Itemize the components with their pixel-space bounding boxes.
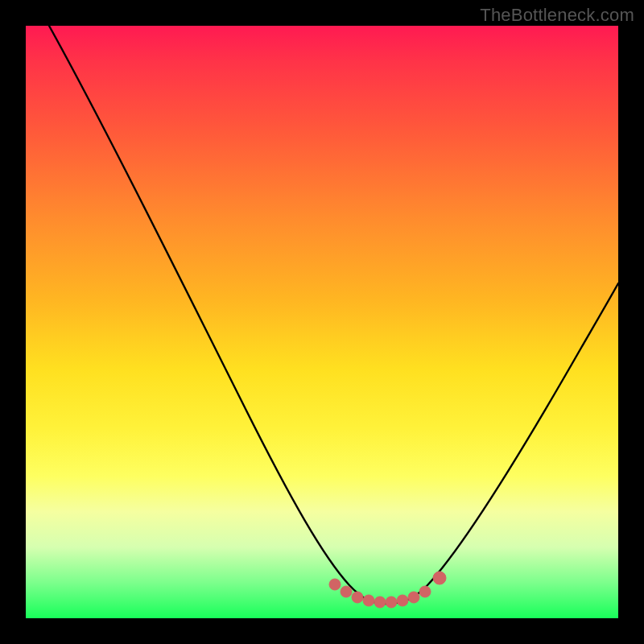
- watermark-text: TheBottleneck.com: [480, 5, 634, 26]
- valley-dots: [329, 572, 446, 608]
- svg-point-2: [352, 592, 363, 603]
- svg-point-6: [397, 595, 408, 606]
- svg-point-7: [408, 592, 419, 603]
- svg-point-3: [363, 595, 374, 606]
- svg-point-4: [374, 597, 386, 608]
- svg-point-1: [341, 586, 352, 597]
- curve-svg: [26, 26, 618, 618]
- chart-frame: TheBottleneck.com: [0, 0, 644, 644]
- svg-point-5: [386, 597, 397, 608]
- plot-area: [26, 26, 618, 618]
- bottleneck-curve: [49, 26, 618, 604]
- svg-point-8: [419, 586, 431, 597]
- svg-point-0: [329, 579, 341, 590]
- svg-point-9: [433, 572, 446, 584]
